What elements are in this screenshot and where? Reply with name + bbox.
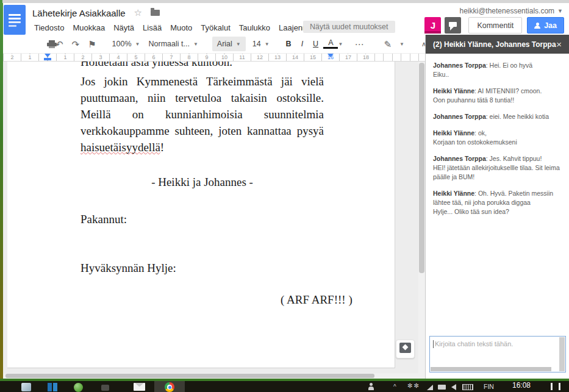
left-indent-marker[interactable]: [45, 54, 51, 57]
ruler-number: 11: [238, 54, 246, 61]
show-new-changes-chip[interactable]: Näytä uudet muutokset: [303, 21, 395, 33]
tray-app-icons[interactable]: ✼✼: [407, 382, 420, 389]
chrome-icon: [165, 382, 174, 392]
keyboard-icon[interactable]: [462, 384, 473, 390]
chat-input-placeholder: Kirjoita chatin teksti tähän.: [435, 340, 513, 347]
redo-button[interactable]: ↷: [68, 40, 84, 49]
folder-icon[interactable]: [151, 10, 160, 16]
share-button[interactable]: Jaa: [527, 17, 564, 34]
chat-panel-header: (2) Heikki Ylänne, Johannes Torppa ×: [426, 35, 569, 54]
scrollbar-thumb[interactable]: [419, 63, 424, 273]
blue-app-icon[interactable]: [48, 383, 57, 391]
font-size-select[interactable]: 14 ▼: [248, 38, 274, 50]
ruler-number: 1: [27, 54, 32, 61]
chat-input-horizontal-scrollbar[interactable]: [431, 367, 551, 371]
chat-bubble-button[interactable]: [445, 17, 461, 34]
explore-button[interactable]: [396, 340, 415, 358]
language-indicator[interactable]: FIN: [484, 383, 494, 390]
doc-paragraph: Jos jokin Kymmenestä Tärkeimmästä jäi vi…: [81, 73, 324, 155]
dark-app-icon[interactable]: [101, 385, 109, 391]
left-indent-bar[interactable]: [44, 58, 51, 60]
taskbar: ^ ✼✼ FIN 16:08: [0, 381, 569, 392]
header-actions: J Kommentit Jaa: [424, 17, 564, 34]
underline-button[interactable]: U: [308, 40, 323, 48]
chat-input-vertical-scrollbar[interactable]: [559, 337, 565, 371]
ruler-number: 7: [168, 54, 174, 61]
editing-mode-select[interactable]: ✎ ▼: [375, 38, 409, 51]
network-icon[interactable]: [427, 385, 433, 390]
more-options-button[interactable]: ⋯: [350, 40, 368, 49]
ruler: 21123456789101112131415161718: [3, 54, 425, 62]
chat-message-author: Heikki Ylänne: [433, 129, 474, 137]
close-icon[interactable]: ×: [556, 39, 562, 49]
document-page[interactable]: Hoidetaan asia yhdessä kuntoon. Jos joki…: [7, 62, 395, 368]
doc-paragraph: Pakannut:: [81, 211, 324, 227]
chevron-down-icon[interactable]: ▼: [338, 41, 343, 47]
mail-app-icon[interactable]: [134, 383, 145, 391]
ruler-number: 18: [362, 54, 370, 61]
tray-expand-caret-icon[interactable]: ^: [393, 383, 396, 390]
comments-button[interactable]: Kommentit: [468, 17, 522, 34]
avatar[interactable]: J: [424, 17, 441, 34]
chat-panel: (2) Heikki Ylänne, Johannes Torppa × Joh…: [425, 35, 569, 379]
paint-format-button[interactable]: ⚑: [84, 40, 100, 49]
scrollbar-corner: [401, 373, 425, 379]
chat-message: Heikki Ylänne: AI MITENNIII? cmoon. Oon …: [433, 87, 568, 105]
menu-item-muoto[interactable]: Muoto: [166, 21, 196, 34]
chevron-down-icon: ▼: [265, 41, 270, 47]
ruler-number: 13: [273, 54, 282, 61]
ruler-number: 6: [151, 54, 156, 61]
file-explorer-icon[interactable]: [21, 383, 31, 391]
notification-center-icon[interactable]: [551, 383, 560, 390]
person-icon: [534, 23, 540, 29]
clock[interactable]: 16:08: [512, 381, 531, 390]
chat-message: Heikki Ylänne: Oh. Hyvä. Paketin messiin…: [433, 189, 568, 216]
account-email-dropdown[interactable]: heikki@thetenessentials.com ▼: [459, 7, 563, 15]
doc-paragraph: ( ARF ARF!!! ): [281, 291, 395, 308]
document-horizontal-scrollbar[interactable]: [3, 373, 401, 379]
misspelled-word: haisuetäisyydellä: [81, 141, 160, 154]
italic-button[interactable]: I: [296, 40, 308, 48]
paragraph-style-select[interactable]: Normaali t... ▼: [145, 38, 202, 50]
power-icon[interactable]: [438, 385, 446, 390]
text-cursor: [433, 340, 434, 348]
scrollbar-thumb[interactable]: [5, 374, 374, 378]
tray-person-icon[interactable]: [368, 383, 374, 390]
chat-message-list: Johannes Torppa: Hei. Ei oo hyvä Eiku..H…: [426, 54, 569, 334]
pencil-icon: ✎: [379, 40, 396, 49]
account-email: heikki@thetenessentials.com: [459, 7, 554, 15]
screen: Lähetekirje Asiakkaalle ☆ TiedostoMuokka…: [0, 0, 569, 392]
chevron-down-icon: ▼: [236, 41, 241, 47]
ruler-number: 17: [344, 54, 352, 61]
chat-title: (2) Heikki Ylänne, Johannes Torppa: [433, 40, 556, 49]
bold-button[interactable]: B: [281, 40, 296, 48]
volume-icon[interactable]: [451, 384, 456, 390]
menu-item-työkalut[interactable]: Työkalut: [196, 21, 234, 34]
menu-item-tiedosto[interactable]: Tiedosto: [30, 21, 68, 34]
google-docs-icon[interactable]: [4, 5, 26, 35]
green-app-icon[interactable]: [74, 383, 83, 392]
star-icon[interactable]: ☆: [134, 7, 142, 18]
right-indent-marker[interactable]: [327, 54, 334, 57]
document-canvas[interactable]: Hoidetaan asia yhdessä kuntoon. Jos joki…: [3, 62, 425, 373]
font-value: Arial: [217, 40, 232, 48]
paragraph-style-value: Normaali t...: [149, 40, 190, 48]
ruler-number: 15: [309, 54, 317, 61]
font-select[interactable]: Arial ▼: [212, 37, 246, 51]
document-vertical-scrollbar[interactable]: [418, 62, 425, 373]
menu-item-lisää[interactable]: Lisää: [138, 21, 166, 34]
chat-input[interactable]: Kirjoita chatin teksti tähän.: [429, 336, 566, 372]
document-title[interactable]: Lähetekirje Asiakkaalle: [32, 8, 126, 18]
ruler-number: 2: [9, 54, 15, 61]
menu-item-näytä[interactable]: Näytä: [109, 21, 138, 34]
share-button-label: Jaa: [544, 21, 557, 30]
chat-message-author: Heikki Ylänne: [433, 190, 474, 197]
menu-item-muokkaa[interactable]: Muokkaa: [68, 21, 109, 34]
chat-message-author: Johannes Torppa: [433, 155, 486, 162]
chat-message-author: Heikki Ylänne: [433, 87, 474, 94]
menu-item-taulukko[interactable]: Taulukko: [235, 21, 274, 34]
chat-message-author: Johannes Torppa: [433, 62, 486, 69]
chrome-taskbar-button[interactable]: [154, 381, 185, 392]
zoom-select[interactable]: 100% ▼: [108, 38, 145, 50]
text-color-button[interactable]: A: [323, 39, 338, 49]
